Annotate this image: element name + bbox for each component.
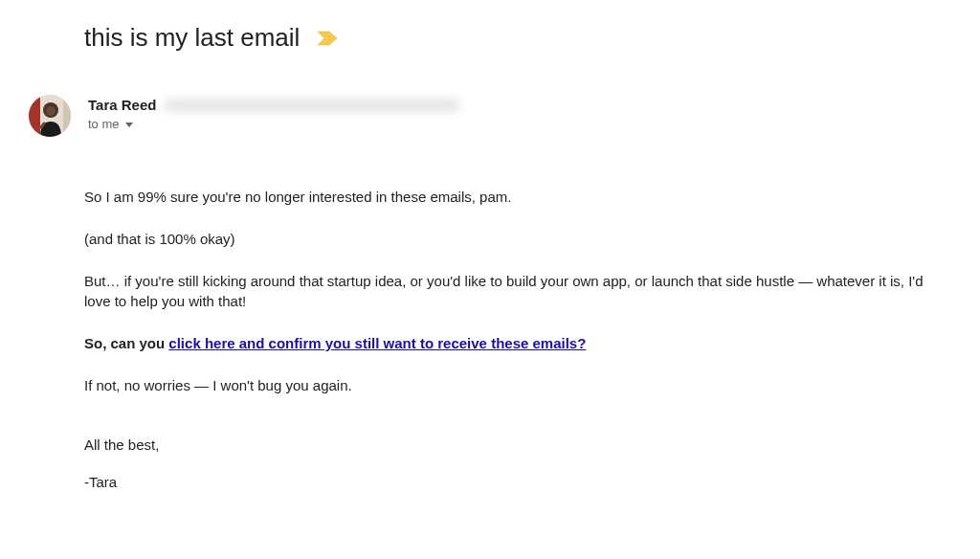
body-paragraph: So I am 99% sure you're no longer intere… [84,187,951,208]
cta-prefix: So, can you [84,335,168,351]
important-label-icon[interactable] [317,31,338,46]
email-subject: this is my last email [84,23,300,53]
sender-name[interactable]: Tara Reed [88,97,156,113]
sender-line: Tara Reed [88,97,460,113]
email-header: Tara Reed to me [29,95,951,137]
signature-line: All the best, [84,435,951,456]
svg-rect-2 [63,95,71,137]
confirm-subscription-link[interactable]: click here and confirm you still want to… [168,335,586,351]
email-body: So I am 99% sure you're no longer intere… [84,187,951,493]
recipient-dropdown[interactable]: to me [88,117,460,131]
subject-row: this is my last email [84,23,951,53]
body-paragraph: But… if you're still kicking around that… [84,271,951,313]
body-paragraph: (and that is 100% okay) [84,229,951,250]
signature: All the best, -Tara [84,435,951,494]
signature-line: -Tara [84,472,951,493]
cta-paragraph: So, can you click here and confirm you s… [84,333,951,354]
sender-avatar[interactable] [29,95,71,137]
sender-address-redacted [164,99,460,112]
svg-rect-1 [29,95,40,137]
chevron-down-icon [125,123,133,127]
body-paragraph: If not, no worries — I won't bug you aga… [84,375,951,396]
svg-point-4 [46,106,56,116]
recipient-text: to me [88,117,120,131]
